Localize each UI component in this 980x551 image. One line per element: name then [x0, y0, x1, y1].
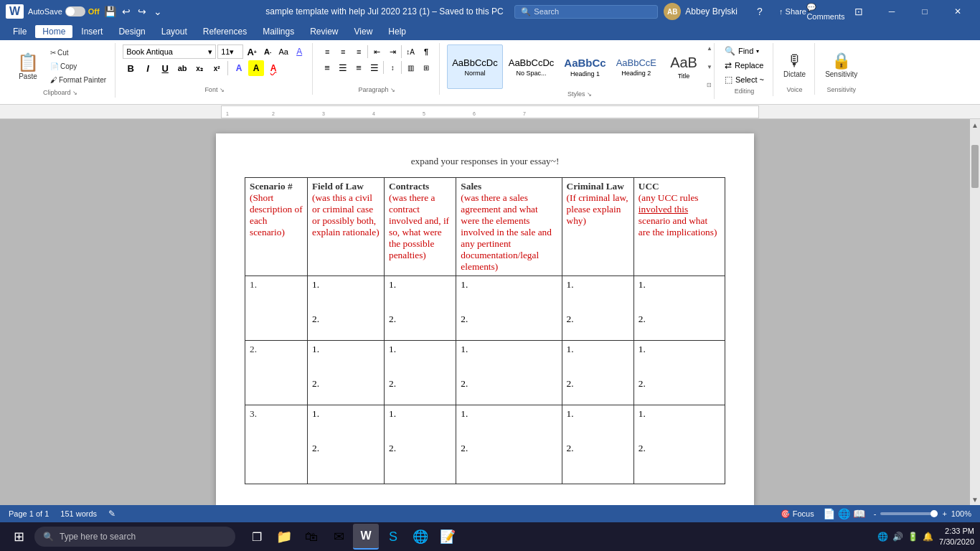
- style-no-spacing[interactable]: AaBbCcDc No Spac...: [504, 44, 559, 89]
- paste-button[interactable]: 📋 Paste: [11, 44, 44, 88]
- scroll-up-button[interactable]: ▲: [970, 119, 980, 131]
- select-button[interactable]: ⬚ Select ~: [722, 73, 767, 86]
- font-family-dropdown[interactable]: Book Antiqua ▾: [123, 44, 216, 59]
- row3-criminal-law[interactable]: 1. 2.: [562, 405, 633, 484]
- cut-button[interactable]: ✂ Cut: [47, 46, 109, 59]
- sticky-notes-button[interactable]: 📝: [435, 524, 461, 550]
- style-normal[interactable]: AaBbCcDc Normal: [447, 44, 503, 89]
- menu-home[interactable]: Home: [35, 25, 72, 38]
- zoom-slider[interactable]: [880, 512, 938, 515]
- redo-button[interactable]: ↪: [136, 5, 149, 18]
- strikethrough-button[interactable]: ab: [174, 60, 190, 76]
- ribbon-toggle[interactable]: ⊡: [842, 0, 875, 23]
- share-button[interactable]: ↑ Share: [776, 0, 809, 23]
- numbering-button[interactable]: ≡: [336, 44, 350, 59]
- replace-button[interactable]: ⇄ Replace: [722, 59, 767, 72]
- menu-references[interactable]: References: [196, 25, 254, 38]
- volume-icon[interactable]: 🔊: [892, 532, 903, 542]
- outlook-button[interactable]: ✉: [326, 524, 352, 550]
- bullets-button[interactable]: ≡: [320, 44, 334, 59]
- format-painter-button[interactable]: 🖌 Format Painter: [47, 73, 109, 86]
- italic-button[interactable]: I: [140, 60, 156, 76]
- row2-criminal-law[interactable]: 1. 2.: [562, 340, 633, 405]
- row1-scenario[interactable]: 1.: [245, 276, 308, 340]
- align-right-button[interactable]: ≡: [352, 60, 366, 75]
- autosave-toggle[interactable]: AutoSave Off: [28, 6, 100, 17]
- menu-layout[interactable]: Layout: [154, 25, 194, 38]
- row3-sales[interactable]: 1. 2.: [456, 405, 562, 484]
- text-effects-button[interactable]: A: [231, 60, 247, 76]
- shrink-font-button[interactable]: A-: [260, 44, 275, 59]
- title-search-box[interactable]: 🔍 Search: [514, 5, 658, 19]
- highlight-button[interactable]: A: [248, 60, 264, 76]
- store-button[interactable]: 🛍: [298, 524, 324, 550]
- styles-scroll-up[interactable]: ▲: [707, 45, 712, 52]
- taskbar-clock[interactable]: 2:33 PM 7/30/2020: [939, 526, 974, 548]
- row1-criminal-law[interactable]: 1. 2.: [562, 276, 633, 340]
- menu-view[interactable]: View: [347, 25, 380, 38]
- print-layout-button[interactable]: 📄: [823, 508, 835, 519]
- shading-button[interactable]: ▥: [403, 60, 418, 75]
- styles-more[interactable]: ⊡: [707, 82, 712, 88]
- menu-file[interactable]: File: [6, 25, 34, 38]
- copy-button[interactable]: 📄 Copy: [47, 60, 109, 72]
- row3-ucc[interactable]: 1. 2.: [633, 405, 725, 484]
- comments-button[interactable]: 💬 Comments: [809, 0, 842, 23]
- help-button[interactable]: ?: [743, 0, 776, 23]
- row3-field-of-law[interactable]: 1. 2.: [307, 405, 384, 484]
- save-button[interactable]: 💾: [104, 5, 117, 18]
- sensitivity-button[interactable]: 🔒 Sensitivity: [822, 44, 860, 85]
- row1-ucc[interactable]: 1. 2.: [633, 276, 725, 340]
- close-button[interactable]: ✕: [941, 0, 974, 23]
- align-left-button[interactable]: ≡: [320, 60, 334, 75]
- borders-button[interactable]: ⊞: [419, 60, 433, 75]
- find-button[interactable]: 🔍 Find ▾: [722, 44, 767, 57]
- styles-scroll-down[interactable]: ▼: [707, 64, 712, 70]
- menu-help[interactable]: Help: [381, 25, 413, 38]
- row2-scenario[interactable]: 2.: [245, 340, 308, 405]
- read-mode-button[interactable]: 📖: [853, 508, 865, 519]
- align-center-button[interactable]: ☰: [336, 60, 350, 75]
- change-case-button[interactable]: Aa: [276, 44, 291, 59]
- line-spacing-button[interactable]: ↕: [385, 60, 400, 75]
- row1-field-of-law[interactable]: 1. 2.: [307, 276, 384, 340]
- chrome-button[interactable]: 🌐: [407, 524, 433, 550]
- taskbar-search-box[interactable]: 🔍 Type here to search: [34, 527, 235, 547]
- multilevel-button[interactable]: ≡: [352, 44, 366, 59]
- sort-button[interactable]: ↕A: [403, 44, 418, 59]
- network-icon[interactable]: 🌐: [877, 532, 888, 542]
- web-layout-button[interactable]: 🌐: [838, 508, 850, 519]
- scroll-down-button[interactable]: ▼: [970, 494, 980, 505]
- underline-button[interactable]: U: [157, 60, 173, 76]
- start-button[interactable]: ⊞: [6, 524, 32, 550]
- user-profile[interactable]: AB Abbey Brylski: [664, 3, 738, 20]
- scroll-thumb[interactable]: [971, 145, 979, 188]
- row2-sales[interactable]: 1. 2.: [456, 340, 562, 405]
- focus-button[interactable]: 🎯 Focus: [781, 509, 814, 519]
- style-heading2[interactable]: AaBbCcE Heading 2: [612, 44, 661, 89]
- row1-contracts[interactable]: 1. 2.: [385, 276, 456, 340]
- zoom-in-button[interactable]: +: [942, 509, 946, 518]
- subscript-button[interactable]: x₂: [192, 60, 207, 76]
- document-scroll[interactable]: expand your responses in your essay~! Sc…: [0, 119, 970, 505]
- decrease-indent-button[interactable]: ⇤: [369, 44, 384, 59]
- style-title[interactable]: AaB Title: [662, 44, 705, 89]
- dictate-button[interactable]: 🎙 Dictate: [781, 44, 809, 85]
- row2-contracts[interactable]: 1. 2.: [385, 340, 456, 405]
- show-marks-button[interactable]: ¶: [419, 44, 433, 59]
- row2-field-of-law[interactable]: 1. 2.: [307, 340, 384, 405]
- row2-ucc[interactable]: 1. 2.: [633, 340, 725, 405]
- file-explorer-button[interactable]: 📁: [271, 524, 297, 550]
- zoom-out-button[interactable]: -: [874, 509, 877, 518]
- font-size-dropdown[interactable]: 11 ▾: [217, 44, 243, 59]
- undo-button[interactable]: ↩: [120, 5, 133, 18]
- maximize-button[interactable]: □: [908, 0, 941, 23]
- task-view-button[interactable]: ❐: [244, 524, 270, 550]
- font-color-button[interactable]: A: [265, 60, 281, 76]
- menu-mailings[interactable]: Mailings: [255, 25, 301, 38]
- grow-font-button[interactable]: A+: [245, 44, 259, 59]
- autosave-switch[interactable]: [65, 6, 85, 17]
- increase-indent-button[interactable]: ⇥: [385, 44, 400, 59]
- vertical-scrollbar[interactable]: ▲ ▼: [970, 119, 980, 505]
- clear-format-button[interactable]: A: [292, 44, 306, 59]
